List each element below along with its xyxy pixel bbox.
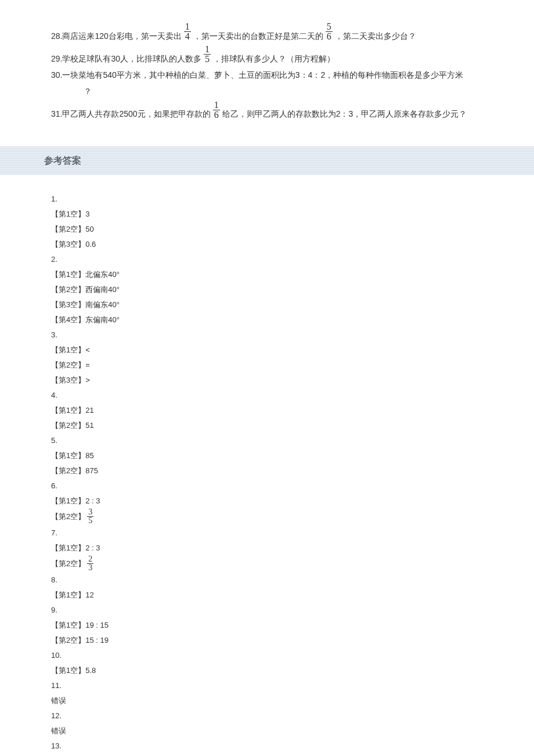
q-text: ，排球队有多少人？（用方程解） — [213, 52, 335, 65]
blank-value: 3 — [85, 207, 89, 221]
blank-label: 【第2空】 — [51, 418, 85, 433]
blank-value: 西偏南40° — [85, 282, 120, 297]
blank-value: 21 — [85, 403, 93, 417]
q-text: ，第一天卖出的台数正好是第二天的 — [193, 30, 323, 42]
q-number: 31. — [51, 107, 62, 120]
question-29: 29. 学校足球队有30人，比排球队的人数多 15 ，排球队有多少人？（用方程解… — [51, 46, 501, 65]
blank-label: 【第2空】 — [51, 633, 85, 647]
answer-number: 11. — [51, 678, 534, 693]
blank-value: 5.8 — [85, 663, 96, 678]
answers-block: 1.【第1空】3【第2空】50【第3空】0.62.【第1空】北偏东40°【第2空… — [0, 191, 534, 756]
blank-label: 【第2空】 — [51, 222, 85, 236]
fraction-icon: 56 — [326, 22, 333, 41]
blank-value: > — [85, 373, 90, 387]
answer-blank: 【第2空】50 — [51, 221, 534, 236]
q-text: 给乙，则甲乙两人的存款数比为2：3，甲乙两人原来各存款多少元？ — [222, 107, 467, 120]
answer-blank: 【第1空】< — [51, 342, 534, 357]
answer-number: 3. — [51, 327, 534, 342]
blank-label: 【第1空】 — [51, 663, 85, 678]
question-31: 31. 甲乙两人共存款2500元，如果把甲存款的 16 给乙，则甲乙两人的存款数… — [51, 102, 501, 121]
blank-label: 【第2空】 — [51, 509, 85, 524]
answer-number: 8. — [51, 572, 534, 587]
blank-label: 【第3空】 — [51, 373, 85, 387]
blank-value: 12 — [85, 588, 93, 602]
answer-blank: 【第3空】> — [51, 372, 534, 387]
blank-value: = — [85, 358, 90, 372]
blank-label: 【第1空】 — [51, 541, 85, 555]
blank-value: 875 — [85, 463, 98, 478]
q-text: 学校足球队有30人，比排球队的人数多 — [62, 52, 201, 65]
answer-number: 13. — [51, 738, 534, 753]
fraction-icon: 35 — [87, 508, 93, 525]
answer-blank: 【第2空】51 — [51, 417, 534, 433]
answer-number: 9. — [51, 602, 534, 617]
blank-label: 【第1空】 — [51, 267, 85, 282]
answer-number: 6. — [51, 478, 534, 493]
answer-blank: 【第2空】875 — [51, 463, 534, 478]
answers-title: 参考答案 — [0, 153, 534, 168]
blank-label: 【第3空】 — [51, 297, 85, 312]
answer-number: 7. — [51, 525, 534, 540]
answer-blank: 【第1空】85 — [51, 448, 534, 463]
answer-number: 4. — [51, 387, 534, 402]
questions-block: 28. 商店运来120台彩电，第一天卖出 14 ，第一天卖出的台数正好是第二天的… — [0, 0, 534, 136]
answer-blank: 【第3空】0.6 — [51, 236, 534, 251]
answer-blank: 【第2空】= — [51, 357, 534, 372]
blank-value: < — [85, 343, 90, 357]
blank-label: 【第1空】 — [51, 403, 85, 417]
fraction-icon: 15 — [204, 45, 211, 64]
blank-label: 【第1空】 — [51, 494, 85, 508]
judge-value: 正确 — [51, 753, 534, 756]
fraction-icon: 23 — [87, 555, 93, 572]
answer-blank: 【第4空】东偏南40° — [51, 312, 534, 327]
blank-label: 【第1空】 — [51, 588, 85, 602]
answer-blank: 【第2空】23 — [51, 555, 534, 572]
judge-value: 错误 — [51, 693, 534, 708]
answer-blank: 【第1空】2 : 3 — [51, 540, 534, 555]
answer-blank: 【第1空】21 — [51, 402, 534, 417]
answer-number: 5. — [51, 433, 534, 448]
answer-blank: 【第1空】北偏东40° — [51, 267, 534, 282]
blank-label: 【第1空】 — [51, 343, 85, 357]
blank-label: 【第1空】 — [51, 207, 85, 221]
q-number: 28. — [51, 30, 62, 42]
blank-value: 2 : 3 — [85, 494, 100, 508]
answer-number: 1. — [51, 191, 534, 206]
blank-label: 【第4空】 — [51, 312, 85, 327]
blank-value: 东偏南40° — [85, 312, 120, 327]
q-number: 30. — [51, 69, 62, 81]
answer-blank: 【第2空】35 — [51, 508, 534, 525]
blank-value: 0.6 — [85, 237, 96, 251]
q-text: 甲乙两人共存款2500元，如果把甲存款的 — [62, 107, 210, 120]
answer-blank: 【第2空】15 : 19 — [51, 632, 534, 647]
question-30: 30. 一块菜地有540平方米，其中种植的白菜、萝卜、土豆的面积比为3：4：2，… — [51, 69, 501, 81]
answer-blank: 【第1空】2 : 3 — [51, 493, 534, 508]
q-text: 一块菜地有540平方米，其中种植的白菜、萝卜、土豆的面积比为3：4：2，种植的每… — [62, 69, 463, 81]
answer-blank: 【第3空】南偏东40° — [51, 297, 534, 312]
answer-blank: 【第1空】5.8 — [51, 663, 534, 678]
blank-value: 51 — [85, 418, 93, 433]
blank-label: 【第3空】 — [51, 237, 85, 251]
fraction-icon: 16 — [213, 100, 220, 120]
answer-number: 12. — [51, 708, 534, 723]
blank-label: 【第2空】 — [51, 463, 85, 478]
answer-blank: 【第1空】3 — [51, 206, 534, 221]
q-number: 29. — [51, 52, 62, 65]
blank-value: 15 : 19 — [85, 633, 109, 647]
fraction-icon: 14 — [184, 22, 191, 41]
blank-value: 50 — [85, 222, 93, 236]
blank-value: 19 : 15 — [85, 618, 109, 632]
q-text: ，第二天卖出多少台？ — [335, 30, 416, 42]
blank-value: 85 — [85, 448, 93, 463]
answer-number: 2. — [51, 251, 534, 267]
judge-value: 错误 — [51, 723, 534, 738]
answer-number: 10. — [51, 647, 534, 663]
question-30-cont: ？ — [51, 85, 501, 98]
blank-label: 【第1空】 — [51, 448, 85, 463]
answer-blank: 【第2空】西偏南40° — [51, 282, 534, 297]
blank-value: 南偏东40° — [85, 297, 120, 312]
answers-header: 参考答案 — [0, 146, 534, 175]
answer-blank: 【第1空】12 — [51, 587, 534, 602]
answer-blank: 【第1空】19 : 15 — [51, 617, 534, 632]
blank-value: 2 : 3 — [85, 541, 100, 555]
